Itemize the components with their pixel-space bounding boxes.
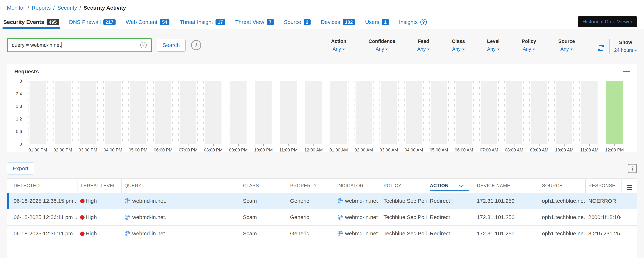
filter-value-dropdown[interactable]: Any [560, 46, 573, 52]
cell-policy: Techblue Sec Policy [380, 225, 427, 242]
column-header-class[interactable]: CLASS [240, 179, 287, 193]
x-axis-tick [213, 144, 214, 146]
table-info-icon[interactable]: i [628, 164, 637, 173]
column-header-indicator[interactable]: INDICATOR [334, 179, 380, 193]
tab-users[interactable]: Users1 [364, 19, 390, 29]
cell-class: Scam [240, 225, 287, 242]
filter-value-dropdown[interactable]: Any [487, 46, 500, 52]
chevron-down-icon [386, 48, 388, 50]
filter-value-dropdown[interactable]: Any [417, 46, 430, 52]
filter-value-dropdown[interactable]: Any [376, 46, 388, 52]
cell-class: Scam [240, 193, 287, 209]
x-tick-label: 07:00 PM [176, 147, 201, 153]
tab-label: Devices [321, 19, 340, 25]
cell-property: Generic [287, 193, 334, 209]
chart-background-band [205, 81, 221, 144]
x-tick-label: 02:00 PM [50, 147, 75, 153]
breadcrumb: Monitor/Reports/Security/Security Activi… [0, 5, 644, 11]
chart-background-band [180, 81, 196, 144]
x-tick-label: 02:00 AM [351, 147, 376, 153]
cell-threat-level: High [77, 193, 121, 209]
table-row[interactable]: 06-18-2025 12:36:15 pm ...Highwebmd-in.n… [7, 193, 637, 209]
x-axis-tick [414, 144, 414, 146]
x-tick-label: 04:00 AM [401, 147, 426, 153]
x-tick-label: 01:00 PM [25, 147, 50, 153]
export-row: Export i [7, 163, 637, 175]
breadcrumb-separator: / [25, 5, 32, 11]
breadcrumb-separator: / [50, 5, 57, 11]
search-query-text: query = webmd-in.net [12, 42, 61, 48]
tab-dns-firewall[interactable]: DNS Firewall217 [68, 19, 116, 29]
filter-value-dropdown[interactable]: Any [332, 46, 345, 52]
column-header-action[interactable]: ACTION [427, 179, 474, 193]
hamburger-icon[interactable] [626, 185, 632, 190]
refresh-icon[interactable] [597, 44, 605, 52]
breadcrumb-separator: / [77, 5, 84, 11]
historical-data-viewer-button[interactable]: Historical Data Viewer [578, 16, 637, 27]
tab-security-events[interactable]: Security Events495 [2, 19, 60, 29]
cell-action: Redirect [427, 193, 474, 209]
cell-query: webmd-in.net. [121, 225, 240, 242]
column-header-detected[interactable]: DETECTED [7, 179, 77, 193]
tab-count-badge: 1 [382, 19, 389, 25]
column-header-threat-level[interactable]: THREAT LEVEL [77, 179, 121, 193]
y-tick-label: 1.8 [16, 104, 22, 109]
clear-search-icon[interactable] [140, 41, 147, 49]
chart-hour-cell [176, 81, 201, 144]
filter-confidence: ConfidenceAny [368, 39, 395, 52]
table-row[interactable]: 06-18-2025 12:36:11 pm ...Highwebmd-in.n… [7, 209, 637, 225]
breadcrumb-link-monitor[interactable]: Monitor [7, 5, 25, 11]
threat-indicator-icon [124, 198, 130, 204]
tab-insights[interactable]: Insights? [398, 19, 428, 29]
filter-value-dropdown[interactable]: Any [452, 46, 464, 52]
tab-source[interactable]: Source2 [283, 19, 312, 29]
collapse-panel-icon[interactable] [623, 71, 630, 72]
threat-level-high-dot [80, 215, 84, 220]
search-info-icon[interactable]: i [191, 40, 201, 50]
chart-background-band [380, 81, 397, 144]
tab-web-content[interactable]: Web Content54 [125, 19, 170, 29]
help-icon[interactable]: ? [420, 19, 427, 25]
table-row[interactable]: 06-18-2025 12:36:11 pm ...Highwebmd-in.n… [7, 225, 637, 242]
tab-count-badge: 182 [343, 19, 355, 25]
x-tick-label: 08:00 AM [502, 147, 527, 153]
chart-background-band [456, 81, 472, 144]
column-settings-button[interactable] [621, 179, 637, 193]
chart-y-axis: 32.41.81.20.60 [7, 81, 25, 144]
column-header-query[interactable]: QUERY [121, 179, 240, 193]
filter-value-dropdown[interactable]: Any [523, 46, 535, 52]
filter-label: Policy [522, 39, 536, 44]
chart-hour-cell [100, 81, 126, 144]
breadcrumb-link-reports[interactable]: Reports [32, 5, 50, 11]
search-input[interactable]: query = webmd-in.net [7, 38, 152, 52]
events-table-card: DETECTEDTHREAT LEVELQUERYCLASSPROPERTYIN… [7, 179, 637, 258]
sort-chevron-icon [458, 184, 464, 188]
column-header-policy[interactable]: POLICY [380, 179, 427, 193]
x-axis-tick [614, 144, 615, 146]
requests-chart: 32.41.81.20.60 [7, 79, 637, 144]
chart-background-band [481, 81, 497, 144]
search-button[interactable]: Search [157, 39, 186, 52]
show-value-dropdown[interactable]: 24 hours [614, 47, 637, 53]
chart-background-band [330, 81, 347, 144]
x-axis-tick [539, 144, 540, 146]
tab-devices[interactable]: Devices182 [320, 19, 356, 29]
column-header-source[interactable]: SOURCE [539, 179, 586, 193]
filter-class: ClassAny [452, 39, 465, 52]
column-header-response[interactable]: RESPONSE [586, 179, 621, 193]
y-tick-label: 2.4 [16, 91, 22, 96]
tab-threat-insight[interactable]: Threat Insight17 [179, 19, 226, 29]
tab-threat-view[interactable]: Threat View7 [234, 19, 274, 29]
tabs: Security Events495DNS Firewall217Web Con… [2, 19, 428, 29]
x-axis-tick [489, 144, 490, 146]
x-tick-label: 05:00 PM [126, 147, 150, 153]
export-button[interactable]: Export [7, 163, 34, 175]
breadcrumb-link-security[interactable]: Security [57, 5, 77, 11]
column-header-device-name[interactable]: DEVICE NAME [474, 179, 539, 193]
x-axis-tick [364, 144, 364, 146]
cell-response: 3.215.231.251 [586, 225, 621, 242]
chart-background-band [556, 81, 572, 144]
chart-hour-cell [25, 81, 50, 144]
column-header-property[interactable]: PROPERTY [287, 179, 334, 193]
x-tick-label: 03:00 PM [75, 147, 100, 153]
